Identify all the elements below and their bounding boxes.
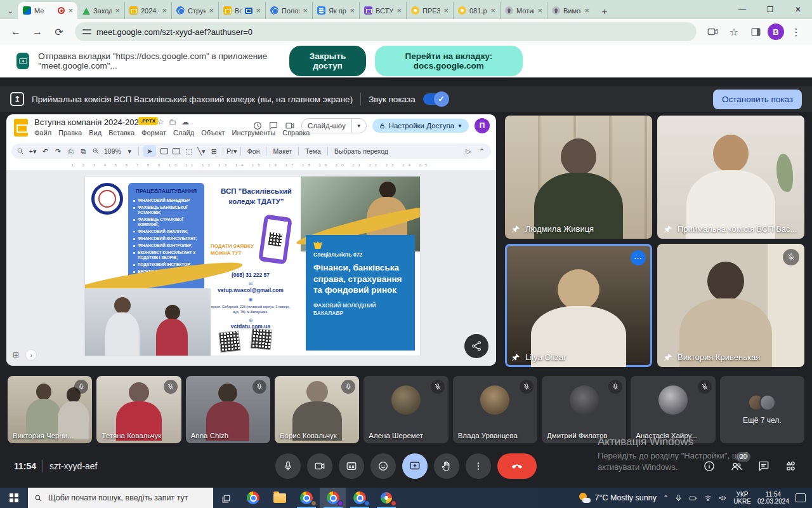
zoom-dropdown-icon[interactable]: ▾	[126, 147, 134, 156]
reload-button[interactable]: ⟳	[49, 22, 69, 41]
theme-button[interactable]: Тема	[303, 147, 323, 155]
insert-shape-icon[interactable]: ⬚	[185, 147, 193, 156]
move-folder-icon[interactable]: 🗀	[169, 117, 176, 126]
collapse-toolbar-icon[interactable]: ⌃	[478, 147, 486, 156]
menu-insert[interactable]: Вставка	[108, 129, 134, 137]
tab-search-icon[interactable]: ⌄	[3, 3, 18, 19]
mic-button[interactable]	[275, 453, 301, 479]
tab-docs[interactable]: Як пра ×	[312, 2, 359, 19]
menu-object[interactable]: Объект	[201, 129, 225, 137]
participant-tile[interactable]: Anna Chizh	[186, 376, 270, 443]
tab-prezentatsiya[interactable]: ПРЕЗ ×	[406, 2, 453, 19]
tab-drive[interactable]: Заход ×	[77, 2, 124, 19]
text-box-icon[interactable]	[160, 148, 168, 154]
slides-profile-avatar[interactable]: П	[475, 118, 490, 133]
tab-vstup-shared[interactable]: Вст ×	[218, 2, 265, 19]
tab-vstup-slides[interactable]: ВСТУП ×	[359, 2, 406, 19]
comment-icon[interactable]	[268, 121, 278, 131]
reactions-button[interactable]	[370, 453, 396, 479]
activities-icon[interactable]	[784, 460, 797, 472]
laser-pointer-icon[interactable]: ▷	[464, 147, 473, 156]
taskbar-app-chrome[interactable]	[240, 488, 266, 508]
tab-close-icon[interactable]: ×	[68, 6, 73, 15]
tab-meet[interactable]: Me ×	[18, 2, 77, 19]
tab-cast-icon[interactable]	[703, 22, 722, 41]
tab-close-icon[interactable]: ×	[350, 6, 355, 15]
undo-icon[interactable]: ↶	[41, 147, 49, 156]
tab-close-icon[interactable]: ×	[396, 6, 402, 15]
slideshow-dropdown-icon[interactable]: ▼	[352, 120, 366, 132]
taskbar-search[interactable]: Щоби почати пошук, введіть запит тут	[28, 488, 213, 508]
layout-button[interactable]: Макет	[271, 147, 294, 155]
participant-tile[interactable]: Приймальна комісія ВСП Вас...	[657, 116, 804, 239]
menu-file[interactable]: Файл	[34, 129, 51, 137]
tray-expand-icon[interactable]: ⌃	[663, 494, 669, 502]
language-indicator[interactable]: УКР UKRE	[733, 491, 751, 505]
tab-081ppt[interactable]: 081.pp ×	[453, 2, 500, 19]
tab-struktura[interactable]: Структ ×	[171, 2, 218, 19]
menu-edit[interactable]: Правка	[58, 129, 82, 137]
share-fab-button[interactable]	[464, 334, 488, 358]
participant-tile[interactable]: Виктория Черни...	[8, 376, 92, 443]
tab-close-icon[interactable]: ×	[443, 6, 449, 15]
tab-close-icon[interactable]: ×	[209, 6, 214, 15]
new-tab-button[interactable]: +	[596, 3, 613, 19]
tab-close-icon[interactable]: ×	[162, 6, 167, 15]
cloud-status-icon[interactable]: ☁	[181, 117, 189, 126]
select-cursor-icon[interactable]: ➤	[143, 145, 156, 157]
slide[interactable]: ПРАЦЕВЛАШТУВАННЯ ФІНАНСОВИЙ МЕНЕДЖЕР ФАХ…	[85, 177, 420, 356]
tab-polozhennia[interactable]: Полож ×	[265, 2, 312, 19]
tab-motyv[interactable]: Мотив ×	[500, 2, 547, 19]
action-center-icon[interactable]	[796, 493, 806, 502]
site-settings-icon[interactable]	[82, 28, 91, 36]
stop-presenting-button[interactable]: Остановить показ	[713, 90, 802, 109]
paint-format-icon[interactable]: ⧉	[79, 147, 88, 156]
tab-close-icon[interactable]: ×	[115, 6, 120, 15]
menu-view[interactable]: Вид	[89, 129, 102, 137]
share-access-button[interactable]: Настройки Доступа ▼	[372, 119, 469, 133]
menu-format[interactable]: Формат	[141, 129, 166, 137]
insert-line-icon[interactable]: ╲▾	[197, 147, 206, 156]
maximize-button[interactable]: ❐	[756, 0, 784, 19]
slides-doc-title[interactable]: Вступна компанія 2024-2025	[34, 117, 143, 127]
zoom-level[interactable]: 109%	[104, 147, 121, 155]
tab-close-icon[interactable]: ×	[303, 6, 308, 15]
insert-placeholder-icon[interactable]: ⊞	[210, 147, 218, 156]
background-button[interactable]: Фон	[246, 147, 262, 155]
participant-tile[interactable]: Виктория Кривенькая	[657, 244, 804, 367]
address-bar[interactable]: meet.google.com/szt-xyyd-aef?authuser=0	[75, 22, 697, 41]
menu-slide[interactable]: Слайд	[173, 129, 194, 137]
tab-close-icon[interactable]: ×	[256, 6, 261, 15]
tray-mic-icon[interactable]	[674, 494, 683, 502]
more-options-badge-icon[interactable]: ⋯	[631, 250, 646, 265]
zoom-icon[interactable]	[92, 147, 100, 155]
close-window-button[interactable]: ✕	[784, 0, 812, 19]
taskbar-app-chrome-profile2[interactable]	[320, 488, 346, 508]
participant-tile[interactable]: Борис Ковальчук	[275, 376, 359, 443]
minimize-button[interactable]: —	[728, 0, 756, 19]
present-button[interactable]	[402, 453, 428, 479]
grid-view-icon[interactable]: ⊞	[13, 351, 19, 359]
tab-vymohy[interactable]: Вимог ×	[547, 2, 594, 19]
tray-volume-icon[interactable]	[718, 494, 727, 502]
next-slide-icon[interactable]: ›	[25, 349, 37, 361]
camera-button[interactable]	[307, 453, 332, 479]
bookmark-star-icon[interactable]: ☆	[724, 22, 743, 41]
participant-tile[interactable]: Влада Урванцева	[453, 376, 537, 443]
meet-call-icon[interactable]	[284, 121, 296, 131]
participant-tile[interactable]: Алена Шеремет	[363, 376, 448, 443]
tab-close-icon[interactable]: ×	[584, 6, 589, 15]
taskbar-app-photos[interactable]	[373, 488, 400, 508]
participant-tile[interactable]: Тетяна Ковальчук	[96, 376, 181, 443]
access-dropdown-icon[interactable]: ▼	[457, 123, 462, 129]
more-participants-tile[interactable]: Ещё 7 чел.	[720, 376, 804, 443]
start-button[interactable]	[0, 488, 28, 508]
search-menus-icon[interactable]	[16, 147, 24, 155]
people-icon[interactable]: 20	[730, 460, 743, 472]
browser-profile-avatar[interactable]: B	[768, 23, 784, 40]
tray-wifi-icon[interactable]	[704, 494, 712, 502]
tab-close-icon[interactable]: ×	[490, 6, 495, 15]
share-sound-toggle[interactable]: ✓	[423, 93, 449, 105]
participant-tile[interactable]: Анастасія Хайру...	[631, 376, 715, 443]
participant-tile-speaking[interactable]: ⋯ Lilya Olizar	[505, 244, 652, 367]
